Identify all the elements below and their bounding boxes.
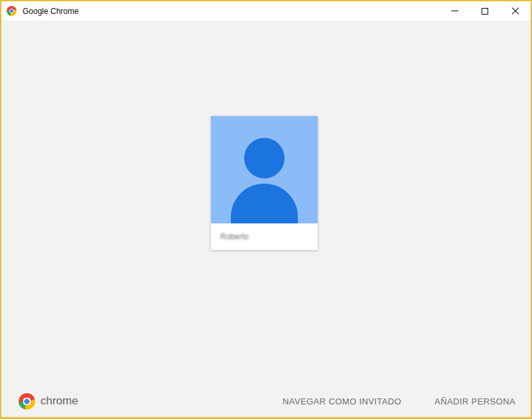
chrome-wordmark: chrome (40, 394, 78, 408)
person-silhouette-icon (244, 138, 285, 178)
chrome-brand: chrome (19, 393, 78, 410)
add-person-button[interactable]: AÑADIR PERSONA (433, 394, 517, 409)
chrome-logo-icon (7, 6, 17, 16)
avatar (211, 116, 318, 223)
footer-actions: NAVEGAR COMO INVITADO AÑADIR PERSONA (281, 394, 517, 409)
profile-name: Roberto (220, 232, 249, 241)
profile-picker-content: Roberto chrome NAVEGAR COMO INVITADO AÑA… (1, 21, 531, 417)
close-icon (511, 7, 519, 15)
person-silhouette-icon (231, 184, 298, 223)
maximize-button[interactable] (470, 1, 500, 21)
footer: chrome NAVEGAR COMO INVITADO AÑADIR PERS… (19, 392, 517, 410)
chrome-profile-picker-window: Google Chrome Roberto (0, 0, 532, 419)
profile-name-bar: Roberto (211, 223, 318, 250)
maximize-icon (482, 8, 488, 15)
close-button[interactable] (500, 1, 531, 21)
window-title: Google Chrome (23, 7, 79, 16)
minimize-icon (451, 11, 458, 11)
minimize-button[interactable] (439, 1, 470, 21)
chrome-logo-icon (19, 393, 35, 410)
window-controls (439, 1, 531, 21)
titlebar: Google Chrome (1, 1, 531, 21)
browse-as-guest-button[interactable]: NAVEGAR COMO INVITADO (281, 394, 403, 409)
profile-card[interactable]: Roberto (211, 116, 318, 250)
